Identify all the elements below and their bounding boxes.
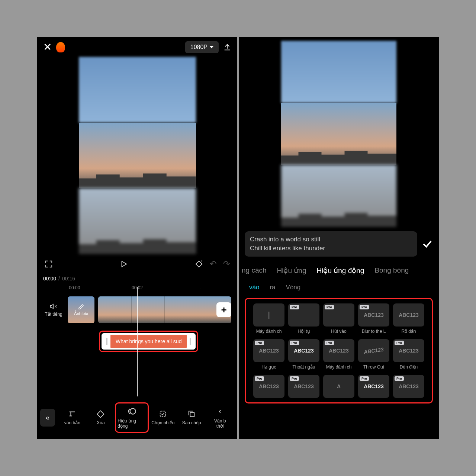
effect-item[interactable]: ABC123ProBlur to the L [358,303,389,334]
svg-point-2 [130,408,135,414]
effect-label: Thoát ngẫu [288,364,319,370]
svg-rect-3 [160,411,166,417]
confirm-icon[interactable] [422,238,433,250]
effect-item[interactable]: ABC123ProMáy đánh ch [323,339,354,370]
effect-item[interactable]: ABC123Pro [358,375,389,398]
style-tabs: ng cách Hiệu ứng Hiệu ứng động Bong bóng [239,261,439,280]
effect-label: Blur to the L [358,329,389,334]
undo-icon[interactable]: ↶ [210,259,216,269]
subtab-out[interactable]: ra [270,284,275,291]
text-input[interactable]: Crash into a world so still Chill kill e… [245,231,417,257]
playhead[interactable] [137,287,138,398]
cover-thumb[interactable]: Ảnh bìa [68,296,94,323]
effect-label: Đèn điện [393,364,424,370]
tab-effect[interactable]: Hiệu ứng [277,266,306,275]
editor-pane-left: ✕ 1080P What brings you here all sudden?… [37,37,237,439]
effect-label: Hút vào [323,329,354,334]
effect-item[interactable]: ProHút vào [323,303,354,334]
current-time: 00:00 [43,276,56,282]
text-clip[interactable]: What brings you here all sud [102,333,196,350]
effect-item[interactable]: ABC123ProThoát ngẫu [288,339,319,370]
fire-icon[interactable] [56,42,65,52]
text-clip-row: What brings you here all sud [99,331,231,352]
pro-badge: Pro [290,341,299,345]
tool-copy[interactable]: Sao chép [177,410,206,425]
pro-badge: Pro [290,376,299,381]
resolution-selector[interactable]: 1080P [185,41,219,53]
total-time: 00:16 [62,276,75,282]
pro-badge: Pro [360,305,369,309]
effect-item[interactable]: ProHội tụ [288,303,319,334]
pro-badge: Pro [255,376,264,381]
subtab-in[interactable]: vào [249,284,259,291]
effect-item[interactable]: ABC123ProĐèn điện [393,339,424,370]
highlight-box: What brings you here all sud [99,331,198,352]
svg-rect-4 [190,412,194,416]
effect-label: Hạ gục [253,364,284,370]
topbar: ✕ 1080P [37,37,237,57]
close-button[interactable]: ✕ [43,41,52,53]
video-preview[interactable]: What brings you here all sudden? Crash i… [79,57,196,254]
effect-item[interactable]: |Máy đánh ch [253,303,284,334]
effect-item[interactable]: ABC123Pro [288,375,319,398]
text-input-row: Crash into a world so still Chill kill e… [239,227,439,261]
pro-badge: Pro [290,305,299,309]
pro-badge: Pro [360,376,369,381]
pro-badge: Pro [255,341,264,345]
timecode: 00:00 / 00:16 [37,274,237,283]
add-clip-button[interactable]: + [216,302,231,317]
timeline[interactable]: 00:00 00:02 · Tắt tiếng Ảnh bìa + What [37,283,237,352]
mute-button[interactable]: Tắt tiếng [43,303,64,317]
pro-badge: Pro [395,376,404,381]
effect-item[interactable]: ABC123Pro [393,375,424,398]
fullscreen-icon[interactable] [45,260,53,268]
subtab-loop[interactable]: Vòng [286,284,301,291]
tool-multiselect[interactable]: Chọn nhiều [149,410,177,425]
pro-badge: Pro [325,305,334,309]
pro-badge: Pro [395,341,404,345]
direction-subtabs: vào ra Vòng [239,280,439,295]
effect-label: Hội tụ [288,329,319,334]
tool-delete[interactable]: Xóa [87,410,115,425]
video-preview[interactable]: What brings you here all sudden? Crash i… [281,41,396,227]
effects-grid: |Máy đánh chProHội tụProHút vàoABC123Pro… [245,298,433,403]
editor-pane-right: What brings you here all sudden? Crash i… [239,37,439,439]
tab-bubble[interactable]: Bong bóng [374,266,409,275]
effect-item[interactable]: ABC123ProHạ gục [253,339,284,370]
effect-label: Máy đánh ch [323,364,354,370]
tool-timing[interactable]: ‹ Văn b thời [206,406,234,429]
keyframe-icon[interactable] [195,260,203,268]
svg-rect-1 [97,411,104,418]
effect-label: Throw Out [358,364,389,370]
effect-label: Rõ dần [393,329,424,334]
effect-item[interactable]: ABC123Rõ dần [393,303,424,334]
effect-item[interactable]: A [323,375,354,398]
effect-label: Máy đánh ch [253,329,284,334]
bottom-toolbar: « văn bản Xóa Hiệu ứng động Chọn nhiều S… [37,396,237,439]
tab-style[interactable]: ng cách [242,266,267,275]
chevron-down-icon [210,46,213,48]
export-icon[interactable] [223,43,231,51]
effect-item[interactable]: ABC123Throw Out [358,339,389,370]
tab-animation[interactable]: Hiệu ứng động [316,266,364,275]
play-icon[interactable] [120,260,128,268]
player-controls: ↶ ↷ [37,254,237,274]
redo-icon[interactable]: ↷ [223,259,230,269]
pro-badge: Pro [325,341,334,345]
tool-text[interactable]: văn bản [58,410,87,425]
collapse-button[interactable]: « [40,409,55,427]
video-clip[interactable]: + [98,296,231,323]
tool-animation[interactable]: Hiệu ứng động [115,402,149,433]
resolution-label: 1080P [190,44,208,51]
effect-item[interactable]: ABC123Pro [253,375,284,398]
